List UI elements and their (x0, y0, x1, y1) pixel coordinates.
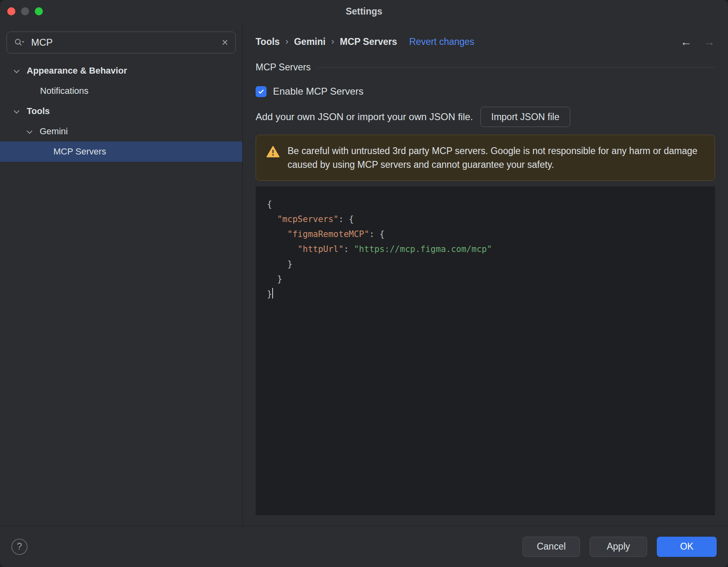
section-header: MCP Servers (256, 59, 715, 75)
sidebar-item-label: Tools (27, 106, 50, 116)
content-area: × Appearance & Behavior Notifications To… (0, 23, 728, 526)
sidebar-item-appearance-behavior[interactable]: Appearance & Behavior (0, 61, 242, 81)
question-mark-icon: ? (17, 541, 22, 552)
cancel-button[interactable]: Cancel (523, 537, 580, 557)
code-line: } (267, 257, 707, 272)
clear-search-icon[interactable]: × (222, 37, 228, 48)
breadcrumb: Tools › Gemini › MCP Servers Revert chan… (256, 33, 715, 50)
warning-icon (267, 146, 279, 158)
breadcrumb-item-tools[interactable]: Tools (256, 36, 280, 47)
footer-buttons: Cancel Apply OK (523, 537, 717, 557)
chevron-down-icon[interactable] (27, 129, 32, 134)
help-button[interactable]: ? (11, 539, 28, 555)
code-line: "mcpServers": { (267, 212, 707, 227)
revert-changes-link[interactable]: Revert changes (409, 36, 474, 47)
breadcrumb-separator: › (286, 36, 288, 47)
sidebar-item-label: Appearance & Behavior (27, 66, 127, 76)
apply-button[interactable]: Apply (590, 537, 647, 557)
chevron-down-icon[interactable] (14, 108, 19, 114)
code-line: "httpUrl": "https://mcp.figma.com/mcp" (267, 242, 707, 257)
code-line: "figmaRemoteMCP": { (267, 227, 707, 242)
forward-icon: → (703, 36, 715, 48)
sidebar-item-label: MCP Servers (53, 146, 106, 157)
ok-button[interactable]: OK (657, 537, 717, 557)
json-editor-code: { "mcpServers": { "figmaRemoteMCP": { "h… (267, 197, 707, 302)
breadcrumb-separator: › (331, 36, 334, 47)
sidebar-item-mcp-servers[interactable]: MCP Servers (0, 142, 242, 162)
enable-mcp-checkbox[interactable] (256, 86, 267, 97)
zoom-window-button[interactable] (35, 7, 43, 15)
history-nav: ← → (680, 36, 715, 48)
sidebar-item-label: Notifications (40, 86, 89, 96)
json-editor[interactable]: { "mcpServers": { "figmaRemoteMCP": { "h… (256, 186, 715, 515)
settings-sidebar: × Appearance & Behavior Notifications To… (0, 23, 243, 526)
add-json-row: Add your own JSON or import your own JSO… (256, 107, 715, 127)
import-json-button[interactable]: Import JSON file (480, 107, 571, 127)
enable-mcp-label[interactable]: Enable MCP Servers (273, 86, 364, 97)
enable-mcp-row: Enable MCP Servers (256, 83, 715, 100)
minimize-window-button[interactable] (21, 7, 29, 15)
sidebar-item-tools[interactable]: Tools (0, 101, 242, 121)
footer-bar: ? Cancel Apply OK (0, 526, 728, 567)
code-line: } (267, 272, 707, 287)
sidebar-item-label: Gemini (40, 126, 68, 137)
chevron-down-icon[interactable] (14, 68, 19, 74)
code-line: } (267, 287, 707, 302)
back-icon[interactable]: ← (680, 36, 692, 48)
sidebar-item-gemini[interactable]: Gemini (0, 121, 242, 142)
code-line: { (267, 197, 707, 212)
add-json-text: Add your own JSON or import your own JSO… (256, 111, 473, 123)
traffic-lights (7, 0, 43, 23)
search-input[interactable] (30, 36, 216, 49)
section-divider (318, 67, 715, 68)
search-icon (14, 38, 25, 47)
breadcrumb-item-gemini[interactable]: Gemini (294, 36, 326, 47)
window-title: Settings (346, 6, 383, 17)
warning-banner: Be careful with untrusted 3rd party MCP … (256, 135, 715, 181)
text-cursor (272, 288, 273, 298)
checkmark-icon (258, 88, 265, 95)
settings-window: Settings × Appearance & Behavio (0, 0, 728, 567)
main-panel: Tools › Gemini › MCP Servers Revert chan… (243, 23, 728, 526)
close-window-button[interactable] (7, 7, 15, 15)
titlebar: Settings (0, 0, 728, 23)
breadcrumb-item-mcp-servers: MCP Servers (340, 36, 397, 47)
sidebar-item-notifications[interactable]: Notifications (0, 81, 242, 101)
page-title: MCP Servers (256, 62, 311, 73)
settings-tree: Appearance & Behavior Notifications Tool… (0, 61, 242, 162)
warning-text: Be careful with untrusted 3rd party MCP … (288, 144, 704, 171)
settings-search-box[interactable]: × (6, 32, 236, 53)
